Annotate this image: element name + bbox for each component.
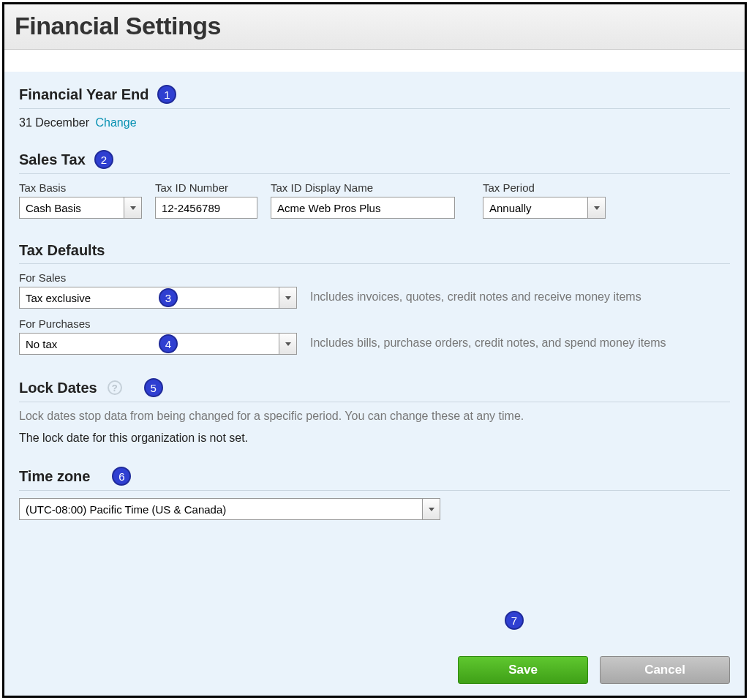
section-lock-dates: Lock Dates ? 5 bbox=[19, 378, 730, 402]
chevron-down-icon bbox=[279, 287, 296, 308]
section-time-zone: Time zone 6 bbox=[19, 467, 730, 491]
tax-id-number-input[interactable] bbox=[162, 202, 251, 214]
tax-basis-value: Cash Basis bbox=[20, 197, 124, 218]
annotation-badge-5: 5 bbox=[144, 378, 163, 397]
annotation-badge-7: 7 bbox=[505, 611, 524, 630]
for-sales-value: Tax exclusive bbox=[20, 287, 279, 308]
for-purchases-description: Includes bills, purchase orders, credit … bbox=[310, 336, 666, 350]
chevron-down-icon bbox=[587, 197, 605, 218]
sales-tax-fields: Tax Basis Cash Basis Tax ID Number Tax I… bbox=[19, 181, 730, 219]
title-bar: Financial Settings bbox=[4, 4, 745, 50]
chevron-down-icon bbox=[124, 197, 141, 218]
time-zone-heading: Time zone bbox=[19, 468, 90, 485]
settings-form: Financial Year End 1 31 December Change … bbox=[4, 72, 745, 646]
fye-heading: Financial Year End bbox=[19, 86, 148, 103]
fye-date: 31 December bbox=[19, 116, 89, 129]
fye-change-link[interactable]: Change bbox=[96, 116, 137, 129]
help-icon[interactable]: ? bbox=[108, 380, 122, 395]
tax-basis-select[interactable]: Cash Basis bbox=[19, 197, 142, 219]
cancel-button[interactable]: Cancel bbox=[600, 656, 730, 684]
tax-defaults-heading: Tax Defaults bbox=[19, 242, 105, 259]
page-title: Financial Settings bbox=[15, 12, 734, 40]
for-sales-label: For Sales bbox=[19, 271, 297, 284]
section-sales-tax: Sales Tax 2 bbox=[19, 150, 730, 174]
time-zone-select[interactable]: (UTC-08:00) Pacific Time (US & Canada) bbox=[19, 498, 440, 520]
tax-period-label: Tax Period bbox=[483, 181, 606, 194]
annotation-badge-4: 4 bbox=[159, 334, 178, 353]
time-zone-value: (UTC-08:00) Pacific Time (US & Canada) bbox=[20, 499, 422, 519]
annotation-badge-1: 1 bbox=[157, 85, 176, 104]
for-sales-description: Includes invoices, quotes, credit notes … bbox=[310, 290, 641, 304]
lock-dates-heading: Lock Dates bbox=[19, 380, 97, 396]
for-purchases-label: For Purchases bbox=[19, 317, 297, 330]
tax-period-select[interactable]: Annually bbox=[483, 197, 606, 219]
for-purchases-select[interactable]: No tax 4 bbox=[19, 333, 297, 355]
tax-id-display-input[interactable] bbox=[277, 202, 448, 214]
annotation-badge-6: 6 bbox=[112, 467, 131, 486]
for-purchases-value: No tax bbox=[20, 334, 279, 354]
tax-basis-label: Tax Basis bbox=[19, 181, 142, 194]
lock-dates-status: The lock date for this organization is n… bbox=[19, 432, 730, 445]
footer-actions: 7 Save Cancel bbox=[4, 646, 745, 696]
spacer bbox=[4, 50, 745, 72]
tax-id-number-input-wrap bbox=[155, 197, 257, 219]
section-financial-year-end: Financial Year End 1 bbox=[19, 85, 730, 109]
annotation-badge-2: 2 bbox=[94, 150, 113, 169]
sales-tax-heading: Sales Tax bbox=[19, 151, 86, 168]
tax-id-number-label: Tax ID Number bbox=[155, 181, 257, 194]
fye-value-row: 31 December Change bbox=[19, 116, 730, 129]
tax-id-display-label: Tax ID Display Name bbox=[271, 181, 455, 194]
for-sales-select[interactable]: Tax exclusive 3 bbox=[19, 287, 297, 309]
lock-dates-description: Lock dates stop data from being changed … bbox=[19, 410, 730, 423]
save-button[interactable]: Save bbox=[458, 656, 588, 684]
annotation-badge-3: 3 bbox=[159, 288, 178, 307]
tax-id-display-input-wrap bbox=[271, 197, 455, 219]
tax-period-value: Annually bbox=[483, 197, 587, 218]
chevron-down-icon bbox=[422, 499, 440, 519]
section-tax-defaults: Tax Defaults bbox=[19, 242, 730, 264]
chevron-down-icon bbox=[279, 334, 296, 354]
